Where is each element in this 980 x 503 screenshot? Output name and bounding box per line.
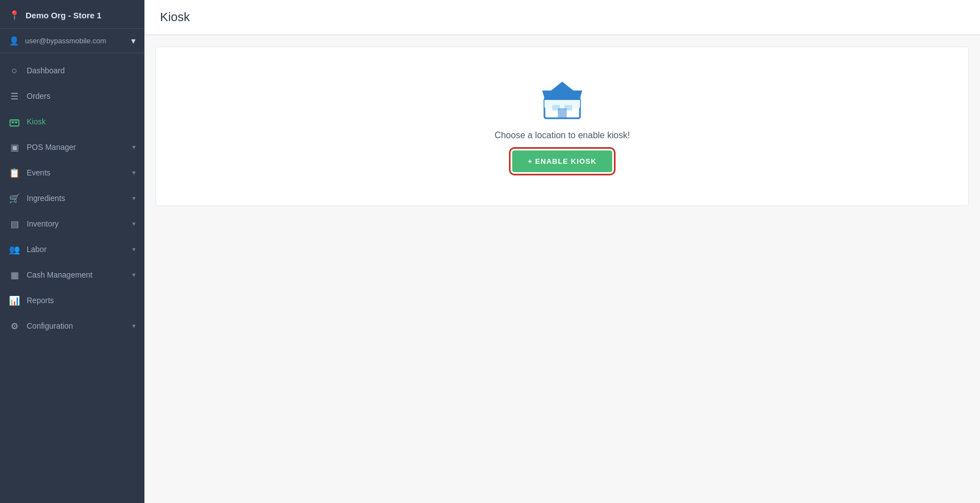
sidebar-item-ingredients[interactable]: 🛒 Ingredients ▾ bbox=[0, 185, 144, 211]
svg-rect-9 bbox=[558, 108, 567, 118]
events-chevron-icon: ▾ bbox=[132, 169, 136, 177]
orders-icon: ☰ bbox=[9, 90, 20, 102]
sidebar-item-labor[interactable]: 👥 Labor ▾ bbox=[0, 237, 144, 262]
enable-kiosk-button[interactable]: + ENABLE KIOSK bbox=[512, 150, 612, 172]
org-header: Demo Org - Store 1 bbox=[0, 0, 144, 29]
cash-management-chevron-icon: ▾ bbox=[132, 271, 136, 279]
sidebar-item-label: Ingredients bbox=[27, 194, 126, 203]
sidebar: Demo Org - Store 1 user@bypassmobile.com… bbox=[0, 0, 144, 503]
sidebar-item-configuration[interactable]: ⚙ Configuration ▾ bbox=[0, 313, 144, 339]
kiosk-message: Choose a location to enable kiosk! bbox=[494, 130, 630, 140]
page-title: Kiosk bbox=[160, 10, 964, 24]
sidebar-item-label: Cash Management bbox=[27, 270, 126, 279]
user-email: user@bypassmobile.com bbox=[25, 37, 126, 45]
org-name: Demo Org - Store 1 bbox=[26, 11, 102, 20]
sidebar-item-label: POS Manager bbox=[27, 143, 126, 152]
svg-rect-3 bbox=[10, 120, 19, 122]
sidebar-item-inventory[interactable]: ▤ Inventory ▾ bbox=[0, 211, 144, 237]
user-chevron-icon: ▾ bbox=[131, 36, 136, 46]
sidebar-item-label: Labor bbox=[27, 245, 126, 254]
user-header[interactable]: user@bypassmobile.com ▾ bbox=[0, 29, 144, 53]
dashboard-icon: ○ bbox=[9, 65, 20, 76]
configuration-chevron-icon: ▾ bbox=[132, 322, 136, 330]
sidebar-item-label: Reports bbox=[27, 296, 136, 305]
sidebar-nav: ○ Dashboard ☰ Orders Kiosk ▣ POS Manager… bbox=[0, 53, 144, 503]
reports-icon: 📊 bbox=[9, 295, 20, 306]
inventory-icon: ▤ bbox=[9, 218, 20, 229]
sidebar-item-orders[interactable]: ☰ Orders bbox=[0, 83, 144, 109]
ingredients-icon: 🛒 bbox=[9, 193, 20, 204]
kiosk-icon bbox=[9, 116, 20, 127]
user-icon bbox=[9, 36, 19, 46]
labor-chevron-icon: ▾ bbox=[132, 245, 136, 253]
sidebar-item-label: Events bbox=[27, 168, 126, 177]
sidebar-item-label: Orders bbox=[27, 92, 136, 100]
ingredients-chevron-icon: ▾ bbox=[132, 194, 136, 202]
location-icon bbox=[9, 10, 20, 21]
main-body: Choose a location to enable kiosk! + ENA… bbox=[144, 36, 980, 503]
sidebar-item-label: Dashboard bbox=[27, 66, 136, 75]
cash-management-icon: ▦ bbox=[9, 269, 20, 280]
sidebar-item-reports[interactable]: 📊 Reports bbox=[0, 288, 144, 313]
sidebar-item-pos-manager[interactable]: ▣ POS Manager ▾ bbox=[0, 134, 144, 160]
inventory-chevron-icon: ▾ bbox=[132, 220, 136, 228]
events-icon: 📋 bbox=[9, 167, 20, 178]
labor-icon: 👥 bbox=[9, 244, 20, 255]
sidebar-item-dashboard[interactable]: ○ Dashboard bbox=[0, 58, 144, 83]
sidebar-item-label: Kiosk bbox=[27, 117, 136, 126]
sidebar-item-events[interactable]: 📋 Events ▾ bbox=[0, 160, 144, 185]
sidebar-item-kiosk[interactable]: Kiosk bbox=[0, 109, 144, 134]
sidebar-item-label: Configuration bbox=[27, 321, 126, 330]
main-content: Kiosk Choose a loca bbox=[144, 0, 980, 503]
sidebar-item-cash-management[interactable]: ▦ Cash Management ▾ bbox=[0, 262, 144, 288]
sidebar-item-label: Inventory bbox=[27, 219, 126, 228]
kiosk-card: Choose a location to enable kiosk! + ENA… bbox=[156, 47, 969, 206]
svg-rect-6 bbox=[544, 98, 580, 100]
pos-manager-chevron-icon: ▾ bbox=[132, 143, 136, 151]
configuration-icon: ⚙ bbox=[9, 320, 20, 331]
pos-manager-icon: ▣ bbox=[9, 142, 20, 153]
kiosk-store-icon bbox=[540, 81, 584, 120]
page-header: Kiosk bbox=[144, 0, 980, 36]
